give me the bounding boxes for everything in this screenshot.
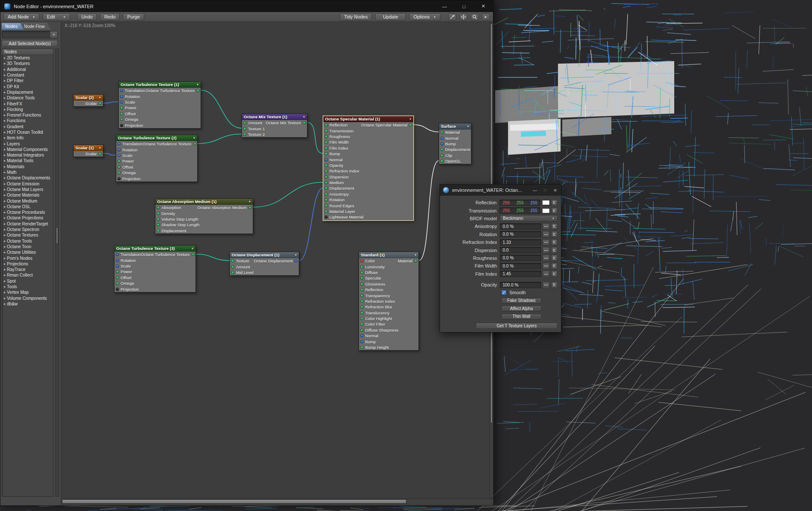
input-port[interactable] — [231, 271, 234, 274]
input-port[interactable] — [116, 276, 119, 279]
sidebar-item-hot-ocean-toolkit[interactable]: ▸HOT Ocean Toolkit — [2, 129, 53, 135]
connection-displacement-to-specular-displacement[interactable] — [299, 188, 323, 261]
input-port[interactable] — [118, 154, 121, 157]
node-header[interactable]: Octane Turbulence Texture (3)▼ — [115, 246, 195, 252]
input-port[interactable] — [325, 210, 328, 213]
connection-specular-to-surface-material[interactable] — [414, 125, 439, 132]
value-field[interactable]: 0.0 % — [500, 231, 541, 237]
sidebar-item-fiberfx[interactable]: ▸FiberFX — [2, 101, 53, 106]
brdf-model-dropdown[interactable]: Beckmann▼ — [500, 215, 558, 222]
add-selected-nodes-button[interactable]: Add Selected Node(s) — [2, 40, 58, 47]
sidebar-item-item-info[interactable]: ▸Item Info — [2, 135, 53, 141]
node-absorption-1[interactable]: Octane Absorption Medium (1)▼AbsorptionO… — [155, 198, 253, 234]
connection-turbulence-2-to-mix-texture-2[interactable] — [198, 134, 242, 144]
node-header[interactable]: Scalar (1)▼ — [74, 145, 103, 151]
collapse-arrow-icon[interactable]: ▼ — [407, 118, 412, 120]
sidebar-item-octane-materials[interactable]: ▸Octane Materials — [2, 192, 53, 198]
input-port[interactable] — [360, 283, 363, 286]
color-swatch[interactable] — [542, 208, 550, 213]
undo-button[interactable]: Undo — [77, 13, 97, 21]
input-port[interactable] — [325, 129, 328, 132]
sidebar-item-octane-utilities[interactable]: ▸Octane Utilities — [2, 249, 53, 255]
input-port[interactable] — [325, 158, 328, 161]
sidebar-item-dp-filter[interactable]: ▸DP Filter — [2, 78, 53, 83]
output-port[interactable] — [409, 123, 412, 126]
rgb-value-field[interactable]: 255255255 — [499, 200, 540, 206]
eyedropper-tool-button[interactable] — [448, 13, 456, 21]
input-port[interactable] — [116, 288, 119, 291]
collapse-arrow-icon[interactable]: ▼ — [247, 200, 251, 203]
sidebar-item-octane-projections[interactable]: ▸Octane Projections — [2, 215, 53, 221]
connection-scalar-2-to-turbulence-1-scale[interactable] — [103, 102, 118, 103]
envelope-button[interactable]: E — [551, 200, 558, 206]
input-port[interactable] — [360, 340, 363, 343]
input-port[interactable] — [243, 127, 246, 130]
sidebar-item-octane-procedurals[interactable]: ▸Octane Procedurals — [2, 209, 53, 215]
pan-tool-button[interactable] — [459, 13, 468, 21]
sidebar-item-2d-textures[interactable]: ▸2D Textures — [2, 55, 53, 61]
node-scalar-2[interactable]: Scalar (2)▼Scalar — [73, 94, 103, 107]
canvas-horizontal-scrollbar[interactable] — [61, 499, 493, 505]
node-surface[interactable]: Surface▼MaterialNormalBumpDisplacementCl… — [439, 123, 471, 164]
sidebar-item-db-w[interactable]: ▸db&w — [2, 301, 53, 307]
scrollbar-thumb[interactable] — [56, 228, 58, 244]
input-port[interactable] — [360, 259, 363, 262]
sidebar-item-octane-medium[interactable]: ▸Octane Medium — [2, 198, 53, 203]
sidebar-item-vertex-map[interactable]: ▸Vertex Map — [2, 289, 53, 295]
input-port[interactable] — [325, 147, 328, 150]
sidebar-item-3d-textures[interactable]: ▸3D Textures — [2, 61, 53, 66]
node-turbulence-3[interactable]: Octane Turbulence Texture (3)▼Translatio… — [114, 245, 196, 292]
input-port[interactable] — [157, 206, 160, 209]
envelope-button[interactable]: E — [551, 263, 558, 269]
input-port[interactable] — [360, 305, 363, 308]
node-header[interactable]: Octane Turbulence Texture (2)▼ — [116, 135, 197, 141]
envelope-button[interactable]: E — [551, 207, 558, 214]
input-port[interactable] — [325, 204, 328, 207]
output-port[interactable] — [99, 152, 102, 155]
output-port[interactable] — [192, 253, 195, 256]
output-port[interactable] — [196, 89, 199, 92]
sidebar-item-material-tools[interactable]: ▸Material Tools — [2, 158, 53, 163]
sidebar-item-rman-collect[interactable]: ▸Rman Collect — [2, 272, 53, 278]
envelope-button[interactable]: E — [551, 271, 558, 277]
sidebar-item-octane-osl[interactable]: ▸Octane OSL — [2, 204, 53, 209]
input-port[interactable] — [325, 193, 328, 196]
titlebar[interactable]: Node Editor - environnement_WATER — □ ✕ — [0, 0, 493, 12]
input-port[interactable] — [116, 253, 119, 256]
node-header[interactable]: Octane Turbulence Texture (1)▼ — [119, 82, 201, 88]
value-field[interactable]: 0.0 % — [500, 223, 541, 230]
input-port[interactable] — [325, 135, 328, 138]
sidebar-item-pom-s-nodes[interactable]: ▸Pom's Nodes — [2, 255, 53, 261]
sidebar-scrollbar[interactable] — [55, 49, 59, 497]
input-port[interactable] — [360, 323, 363, 326]
input-port[interactable] — [325, 181, 328, 184]
output-port[interactable] — [99, 102, 102, 105]
collapse-arrow-icon[interactable]: ▼ — [191, 137, 195, 139]
toggle-button-affect-alpha[interactable]: Affect Alpha — [501, 305, 542, 311]
envelope-button[interactable]: E — [551, 223, 558, 230]
input-port[interactable] — [157, 223, 160, 226]
input-port[interactable] — [360, 329, 363, 332]
sidebar-item-materials[interactable]: ▸Materials — [2, 164, 53, 169]
input-port[interactable] — [120, 101, 123, 104]
collapse-arrow-icon[interactable]: ▼ — [301, 116, 305, 118]
value-field[interactable]: 100.0 % — [500, 282, 541, 288]
connection-mix-to-specular-bump[interactable] — [307, 123, 323, 154]
input-port[interactable] — [116, 270, 119, 273]
minislider-button[interactable]: ◄► — [542, 271, 550, 277]
close-button[interactable]: ✕ — [474, 0, 493, 12]
sidebar-item-octane-spectron[interactable]: ▸Octane Spectron — [2, 227, 53, 232]
input-port[interactable] — [325, 198, 328, 201]
node-standard-1[interactable]: Standard (1)▼ColorMaterialLuminosityDiff… — [359, 252, 419, 351]
input-port[interactable] — [360, 317, 363, 320]
chevron-down-icon[interactable]: ▼ — [50, 31, 57, 38]
redo-button[interactable]: Redo — [100, 13, 120, 21]
node-turbulence-1[interactable]: Octane Turbulence Texture (1)▼Translatio… — [118, 81, 201, 129]
node-header[interactable]: Octane Displacement (1)▼ — [230, 252, 299, 258]
input-port[interactable] — [120, 106, 123, 109]
sidebar-item-octane-emission[interactable]: ▸Octane Emission — [2, 181, 53, 187]
input-port[interactable] — [157, 212, 160, 215]
minislider-button[interactable]: ◄► — [542, 223, 550, 230]
collapse-arrow-icon[interactable]: ▼ — [97, 96, 101, 99]
connection-turbulence-1-to-mix-texture-1[interactable] — [201, 90, 242, 128]
